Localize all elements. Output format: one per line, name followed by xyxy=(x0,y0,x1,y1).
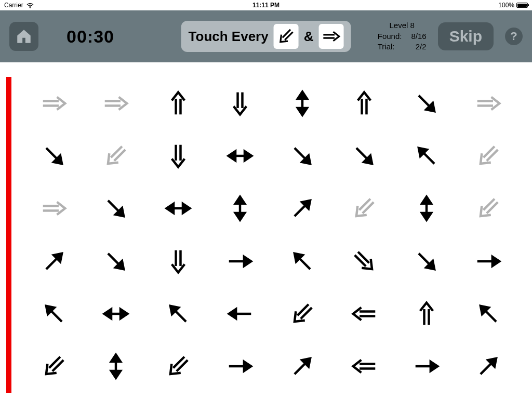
found-key: Found: xyxy=(378,32,402,42)
clock-label: 11:11 PM xyxy=(252,2,280,9)
svg-point-0 xyxy=(30,7,31,8)
timer-label: 00:30 xyxy=(66,26,114,47)
arrow-grid xyxy=(23,77,520,393)
arrow-cell-single_ne[interactable] xyxy=(23,235,85,287)
skip-button[interactable]: Skip xyxy=(438,22,494,50)
arrow-cell-dbl_n[interactable] xyxy=(395,287,458,340)
arrow-cell-single_se[interactable] xyxy=(85,182,148,235)
arrow-cell-bi_v[interactable] xyxy=(209,182,272,235)
arrow-cell-dbl_w[interactable] xyxy=(334,340,396,393)
arrow-cell-bi_v[interactable] xyxy=(271,77,334,129)
arrow-cell-single_se[interactable] xyxy=(395,235,458,287)
arrow-double-right xyxy=(318,24,343,49)
arrow-cell-single_e[interactable] xyxy=(395,340,458,393)
stats-panel: Level 8 Found: 8/16 Trial: 2/2 xyxy=(378,21,427,52)
arrow-cell-single_ne[interactable] xyxy=(271,182,334,235)
level-label: Level 8 xyxy=(378,21,427,31)
arrow-cell-single_w[interactable] xyxy=(209,287,272,340)
arrow-double-down-left xyxy=(274,24,299,49)
ampersand: & xyxy=(304,29,314,45)
arrow-cell-dbl_sw[interactable] xyxy=(147,340,209,393)
status-bar: Carrier 11:11 PM 100% xyxy=(0,0,532,10)
battery-icon xyxy=(516,3,528,8)
game-header: 00:30 Touch Every & Level 8 Found: 8/16 … xyxy=(0,10,532,62)
carrier-label: Carrier xyxy=(4,2,23,9)
home-icon xyxy=(15,28,33,45)
arrow-cell-bi_v[interactable] xyxy=(85,340,148,393)
arrow-cell-single_se[interactable] xyxy=(23,129,85,182)
arrow-cell-single_ne[interactable] xyxy=(458,340,520,393)
arrow-cell-dbl_w[interactable] xyxy=(334,287,396,340)
arrow-cell-dbl_e[interactable] xyxy=(458,77,520,129)
arrow-cell-bi_v[interactable] xyxy=(395,182,458,235)
arrow-cell-dbl_sw[interactable] xyxy=(23,340,85,393)
trial-value: 2/2 xyxy=(411,42,426,52)
arrow-cell-dbl_e[interactable] xyxy=(23,182,85,235)
instruction-panel: Touch Every & xyxy=(181,21,351,52)
arrow-cell-single_se[interactable] xyxy=(271,129,334,182)
arrow-cell-dbl_n[interactable] xyxy=(147,77,209,129)
arrow-cell-single_ne[interactable] xyxy=(271,340,334,393)
arrow-cell-dbl_n[interactable] xyxy=(334,77,396,129)
arrow-cell-dbl_sw[interactable] xyxy=(458,182,520,235)
arrow-cell-dbl_s[interactable] xyxy=(209,77,272,129)
arrow-cell-single_nw[interactable] xyxy=(271,235,334,287)
arrow-cell-bi_h[interactable] xyxy=(85,287,148,340)
wifi-icon xyxy=(26,3,34,8)
trial-key: Trial: xyxy=(378,42,402,52)
arrow-cell-dbl_s[interactable] xyxy=(147,129,209,182)
arrow-cell-dbl_sw[interactable] xyxy=(458,129,520,182)
arrow-cell-dbl_se[interactable] xyxy=(334,235,396,287)
arrow-cell-single_nw[interactable] xyxy=(147,287,209,340)
arrow-cell-dbl_sw[interactable] xyxy=(271,287,334,340)
play-area xyxy=(0,62,532,399)
arrow-cell-single_e[interactable] xyxy=(209,340,272,393)
arrow-cell-single_nw[interactable] xyxy=(23,287,85,340)
found-value: 8/16 xyxy=(411,32,426,42)
arrow-cell-dbl_sw[interactable] xyxy=(334,182,396,235)
help-button[interactable]: ? xyxy=(505,28,523,45)
arrow-cell-single_se[interactable] xyxy=(395,77,458,129)
arrow-cell-dbl_e[interactable] xyxy=(85,77,148,129)
home-button[interactable] xyxy=(9,22,38,51)
arrow-cell-dbl_s[interactable] xyxy=(147,235,209,287)
progress-bar xyxy=(6,77,11,393)
arrow-cell-bi_h[interactable] xyxy=(147,182,209,235)
arrow-cell-single_se[interactable] xyxy=(85,235,148,287)
arrow-cell-single_e[interactable] xyxy=(458,235,520,287)
arrow-cell-single_nw[interactable] xyxy=(458,287,520,340)
arrow-cell-single_se[interactable] xyxy=(334,129,396,182)
arrow-cell-single_nw[interactable] xyxy=(395,129,458,182)
instruction-text: Touch Every xyxy=(189,29,269,45)
arrow-cell-dbl_e[interactable] xyxy=(23,77,85,129)
arrow-cell-single_e[interactable] xyxy=(209,235,272,287)
arrow-cell-bi_h[interactable] xyxy=(209,129,272,182)
battery-pct: 100% xyxy=(498,2,514,9)
arrow-cell-dbl_sw[interactable] xyxy=(85,129,148,182)
